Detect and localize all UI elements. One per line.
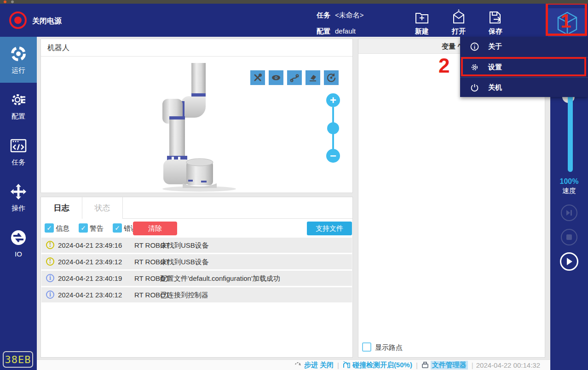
play-button[interactable]: [560, 252, 578, 271]
menu-item-settings[interactable]: 设置: [460, 57, 588, 77]
filter-warning-checkbox[interactable]: ✓: [79, 223, 88, 233]
view-erase-button[interactable]: [306, 70, 320, 85]
power-off-label: 关闭电源: [32, 17, 62, 26]
collision-icon: [343, 361, 351, 369]
settings-gear-icon: [470, 63, 479, 72]
sidebar-item-label: IO: [0, 250, 37, 258]
warning-icon: !: [46, 241, 54, 249]
sidebar-item-label: 操作: [0, 204, 37, 213]
eraser-icon: [308, 73, 318, 83]
step-run-button[interactable]: [561, 205, 577, 221]
window-minimize-button[interactable]: [11, 0, 14, 3]
new-folder-icon: [414, 9, 430, 26]
info-circle-icon: [470, 42, 479, 51]
speed-slider-track[interactable]: [568, 94, 573, 172]
top-header: 关闭电源 任务<未命名> 配置default 新建 打开 保存: [0, 4, 588, 37]
support-files-button[interactable]: 支持文件: [307, 222, 352, 235]
file-manager-status[interactable]: 文件管理器: [421, 361, 468, 370]
zoom-out-button[interactable]: −: [326, 149, 340, 163]
save-task-label: 保存: [482, 27, 509, 36]
save-icon: [487, 9, 504, 26]
log-time: 2024-04-21 23:49:16: [58, 241, 122, 249]
step-mode-label: 步进 关闭: [304, 361, 334, 370]
sidebar-item-run[interactable]: 运行: [0, 37, 37, 83]
clear-log-button[interactable]: 清除: [133, 222, 177, 235]
open-task-button[interactable]: 打开: [445, 9, 472, 36]
datetime-label: 2024-04-22 00:14:32: [476, 361, 540, 369]
filter-info-checkbox[interactable]: ✓: [45, 223, 54, 233]
step-arrow-icon: [294, 362, 302, 369]
new-task-button[interactable]: 新建: [409, 9, 435, 36]
io-swap-icon: [10, 229, 27, 246]
usb-drive-icon: [421, 361, 429, 369]
cube-logo-icon: [555, 11, 579, 36]
status-bar: 步进 关闭 | 碰撞检测开启(50%) | 文件管理器 | 2024-04-22…: [37, 359, 550, 370]
shutdown-power-icon: [470, 83, 479, 92]
step-mode-status[interactable]: 步进 关闭: [294, 361, 334, 370]
zoom-in-button[interactable]: +: [326, 93, 340, 107]
file-manager-label: 文件管理器: [431, 361, 468, 370]
sidebar-item-io[interactable]: IO: [0, 221, 37, 267]
task-label: 任务: [317, 11, 330, 19]
status-badge: 38EB: [3, 351, 33, 368]
sidebar-item-config[interactable]: 配置: [0, 83, 37, 129]
filter-warning-label: 警告: [90, 224, 104, 233]
view-visibility-button[interactable]: [269, 70, 283, 85]
gear-icon: [10, 91, 27, 108]
filter-error-checkbox[interactable]: ✓: [113, 223, 122, 233]
view-rotate-button[interactable]: [324, 70, 339, 85]
task-info: 任务<未命名>: [317, 11, 364, 20]
config-value: default: [335, 27, 356, 35]
code-window-icon: [9, 137, 28, 154]
log-filter-row: ✓ 信息 ✓ 警告 ✓ 错误 清除 支持文件: [41, 219, 352, 237]
sidebar-item-task[interactable]: 任务: [0, 129, 37, 175]
zoom-slider-knob[interactable]: [327, 122, 339, 134]
collision-detect-label: 碰撞检测开启(50%): [352, 361, 412, 370]
log-row[interactable]: i 2024-04-21 23:40:12 RT ROBOT 已连接到控制器: [41, 287, 352, 302]
sidebar-item-label: 配置: [0, 112, 37, 121]
power-icon: [14, 17, 22, 24]
new-task-label: 新建: [409, 27, 435, 36]
save-task-button[interactable]: 保存: [482, 9, 509, 36]
log-message: 未找到USB设备: [160, 258, 209, 267]
open-task-label: 打开: [445, 27, 472, 36]
stop-icon: [566, 234, 572, 240]
window-close-button[interactable]: [4, 0, 6, 3]
log-row[interactable]: ! 2024-04-21 23:49:12 RT ROBOT 未找到USB设备: [41, 254, 352, 269]
view-tools-button[interactable]: [250, 70, 265, 85]
sidebar-item-operate[interactable]: 操作: [0, 175, 37, 221]
menu-item-about[interactable]: 关于: [460, 37, 588, 57]
task-value: <未命名>: [335, 11, 364, 19]
menu-item-shutdown[interactable]: 关机: [460, 77, 588, 97]
eye-icon: [271, 73, 281, 82]
log-row[interactable]: ! 2024-04-21 23:49:16 RT ROBOT 未找到USB设备: [41, 238, 352, 253]
config-label: 配置: [317, 27, 330, 35]
minus-icon: −: [330, 150, 336, 161]
log-row[interactable]: i 2024-04-21 23:40:19 RT ROBOT 配置文件'defa…: [41, 271, 352, 286]
info-icon: i: [46, 290, 54, 299]
view-path-button[interactable]: [287, 70, 302, 85]
log-message: 未找到USB设备: [160, 241, 209, 250]
log-tabstrip: 日志 状态: [41, 197, 352, 219]
show-waypoints-checkbox[interactable]: [362, 342, 371, 352]
app-menu-button[interactable]: [548, 8, 586, 39]
divider: |: [337, 361, 339, 369]
tab-status[interactable]: 状态: [82, 197, 123, 219]
plus-icon: +: [330, 95, 336, 106]
stop-button[interactable]: [561, 229, 577, 245]
sidebar-item-label: 任务: [0, 158, 37, 167]
run-icon: [10, 45, 27, 63]
open-file-icon: [451, 9, 467, 26]
filter-info-label: 信息: [56, 224, 69, 233]
waypoint-path-icon: [289, 73, 300, 83]
log-time: 2024-04-21 23:49:12: [58, 258, 122, 266]
play-icon: [565, 257, 573, 266]
power-off-button[interactable]: [9, 11, 27, 29]
divider: |: [472, 361, 473, 369]
speed-label: 速度: [550, 187, 588, 195]
collision-detect-status[interactable]: 碰撞检测开启(50%): [343, 361, 412, 370]
rotate-icon: [326, 73, 336, 83]
tab-log[interactable]: 日志: [41, 197, 82, 219]
divider: |: [416, 361, 418, 369]
speed-value: 100%: [550, 177, 588, 186]
